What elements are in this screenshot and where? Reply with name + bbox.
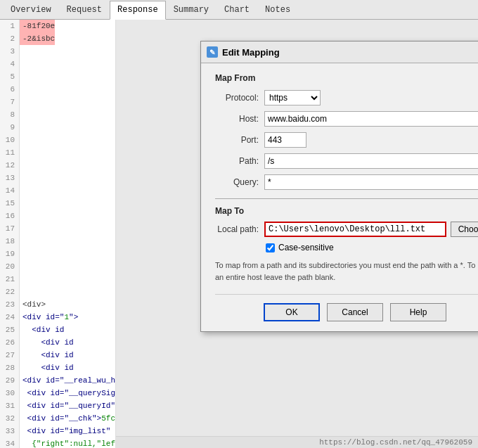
choose-button[interactable]: Choose — [451, 222, 478, 237]
code-line: 8 — [0, 108, 115, 121]
help-button[interactable]: Help — [390, 303, 446, 321]
code-line: 24<div id="1"> — [0, 311, 115, 324]
path-label: Path: — [215, 156, 264, 166]
port-input[interactable] — [264, 132, 306, 148]
local-path-row: Local path: Choose — [215, 222, 478, 237]
code-line: 29<div id="__real_wu_hos — [0, 374, 115, 387]
code-line: 18 — [0, 235, 115, 248]
main-area: 1 -81f20e 2 -2&isbc 3 4 5 6 7 8 9 10 11 … — [0, 20, 478, 448]
code-line: 19 — [0, 248, 115, 260]
code-lines: 1 -81f20e 2 -2&isbc 3 4 5 6 7 8 9 10 11 … — [0, 20, 115, 448]
edit-mapping-dialog: ✎ Edit Mapping ✕ Map From Protocol: http… — [200, 41, 478, 332]
tab-notes[interactable]: Notes — [257, 0, 298, 19]
code-line: 12 — [0, 159, 115, 172]
line-content: -81f20e — [20, 20, 55, 32]
dialog-body: Map From Protocol: https http ftp Host: — [201, 63, 478, 331]
query-row: Query: — [215, 174, 478, 190]
host-row: Host: — [215, 111, 478, 127]
dialog-title: ✎ Edit Mapping — [207, 46, 280, 58]
map-from-label: Map From — [215, 73, 478, 83]
code-line: 2 -2&isbc — [0, 32, 115, 45]
map-to-label: Map To — [215, 206, 478, 216]
tab-chart[interactable]: Chart — [217, 0, 257, 19]
code-line: 3 — [0, 45, 115, 58]
host-input[interactable] — [264, 111, 478, 127]
code-line: 9 — [0, 121, 115, 134]
ok-button[interactable]: OK — [264, 303, 320, 321]
query-label: Query: — [215, 177, 264, 187]
code-line: 23<div> — [0, 298, 115, 311]
dialog-title-text: Edit Mapping — [222, 47, 280, 58]
hint-text: To map from a path and its subdirectorie… — [215, 260, 478, 283]
port-row: Port: — [215, 132, 478, 148]
dialog-icon: ✎ — [207, 46, 218, 58]
code-line: 27 <div id — [0, 349, 115, 361]
code-line: 33 <div id="img_list" — [0, 425, 115, 437]
right-panel: ✎ Edit Mapping ✕ Map From Protocol: http… — [116, 20, 478, 448]
path-row: Path: — [215, 153, 478, 169]
case-sensitive-label: Case-sensitive — [278, 243, 334, 252]
code-line: 28 <div id — [0, 361, 115, 374]
protocol-label: Protocol: — [215, 93, 264, 103]
protocol-select[interactable]: https http ftp — [264, 90, 321, 105]
query-input[interactable] — [264, 174, 478, 190]
local-path-label: Local path: — [215, 224, 264, 234]
line-number: 2 — [0, 32, 20, 45]
code-line: 32 <div id="__chk">5fc651f9</div> — [0, 412, 115, 425]
line-number: 1 — [0, 20, 20, 32]
code-line: 22 — [0, 286, 115, 298]
protocol-row: Protocol: https http ftp — [215, 90, 478, 105]
local-path-input[interactable] — [264, 222, 446, 237]
code-line: 13 — [0, 172, 115, 184]
code-line: 1 -81f20e — [0, 20, 115, 32]
code-line: 4 — [0, 58, 115, 70]
code-line: 31 <div id="__queryId">8473c691000b2f4d<… — [0, 399, 115, 412]
tab-response[interactable]: Response — [110, 1, 166, 20]
code-line: 30 <div id="__querySign">f9d0a569a95c3cc… — [0, 387, 115, 399]
code-panel: 1 -81f20e 2 -2&isbc 3 4 5 6 7 8 9 10 11 … — [0, 20, 116, 448]
line-content: -2&isbc — [20, 32, 55, 45]
code-line: 15 — [0, 197, 115, 210]
code-line: 7 — [0, 96, 115, 108]
code-line: 17 — [0, 222, 115, 235]
cancel-button[interactable]: Cancel — [327, 303, 383, 321]
tab-request[interactable]: Request — [59, 0, 110, 19]
code-line: 14 — [0, 184, 115, 197]
dialog-buttons: OK Cancel Help — [215, 294, 478, 321]
code-line: 34 {"right":null,"left":null}</div> — [0, 437, 115, 448]
host-label: Host: — [215, 114, 264, 124]
divider — [215, 198, 478, 199]
case-sensitive-row: Case-sensitive — [215, 243, 478, 252]
tab-overview[interactable]: Overview — [3, 0, 59, 19]
code-line: 20 — [0, 260, 115, 273]
case-sensitive-checkbox[interactable] — [266, 243, 275, 252]
path-input[interactable] — [264, 153, 478, 169]
tab-summary[interactable]: Summary — [166, 0, 217, 19]
dialog-titlebar: ✎ Edit Mapping ✕ — [201, 41, 478, 63]
code-line: 26 <div id — [0, 336, 115, 349]
code-line: 21 — [0, 273, 115, 286]
code-line: 5 — [0, 70, 115, 83]
code-line: 11 — [0, 146, 115, 159]
port-label: Port: — [215, 135, 264, 145]
code-line: 6 — [0, 83, 115, 96]
code-line: 25 <div id — [0, 324, 115, 336]
code-line: 16 — [0, 210, 115, 222]
tab-bar: Overview Request Response Summary Chart … — [0, 0, 478, 20]
code-line: 10 — [0, 134, 115, 146]
